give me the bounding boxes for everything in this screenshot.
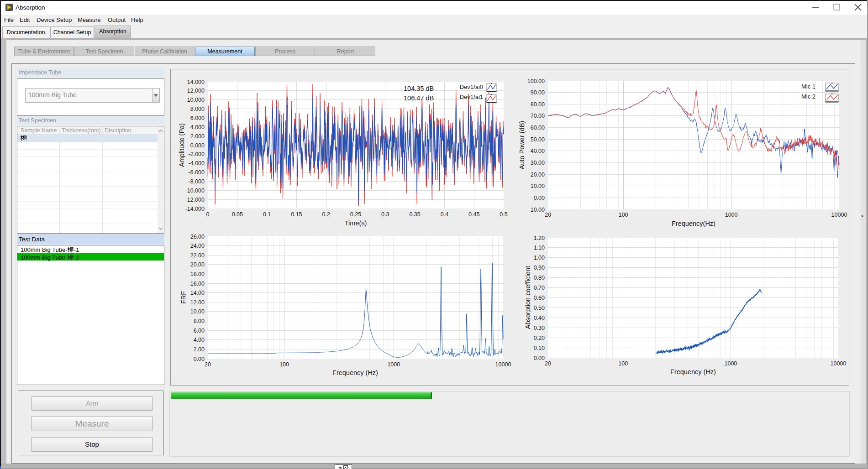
svg-text:-2.000: -2.000 bbox=[189, 151, 205, 157]
svg-text:1000: 1000 bbox=[724, 360, 737, 367]
svg-text:-8.000: -8.000 bbox=[189, 178, 205, 185]
svg-text:0.50: 0.50 bbox=[534, 305, 545, 311]
svg-text:0.4: 0.4 bbox=[441, 211, 448, 218]
svg-text:24.00: 24.00 bbox=[190, 243, 205, 249]
svg-text:Mic 1: Mic 1 bbox=[801, 83, 815, 90]
svg-text:0.00: 0.00 bbox=[194, 356, 205, 362]
svg-text:18.00: 18.00 bbox=[190, 271, 205, 277]
svg-text:2.00: 2.00 bbox=[194, 346, 205, 353]
svg-text:1.00: 1.00 bbox=[534, 255, 545, 261]
svg-text:1.20: 1.20 bbox=[534, 235, 545, 241]
svg-text:10.00: 10.00 bbox=[531, 183, 545, 189]
svg-text:40.00: 40.00 bbox=[531, 148, 545, 154]
svg-text:0.70: 0.70 bbox=[534, 285, 545, 291]
svg-text:10.00: 10.00 bbox=[190, 308, 205, 315]
svg-text:0.05: 0.05 bbox=[232, 211, 243, 218]
svg-text:30.00: 30.00 bbox=[531, 160, 545, 166]
svg-text:20: 20 bbox=[545, 212, 551, 218]
svg-text:10000: 10000 bbox=[831, 212, 847, 218]
svg-text:12.00: 12.00 bbox=[190, 299, 205, 306]
svg-text:Auto Power (dB): Auto Power (dB) bbox=[518, 121, 526, 169]
svg-text:100: 100 bbox=[619, 212, 628, 218]
svg-text:0.000: 0.000 bbox=[190, 142, 205, 149]
svg-text:Absorption coefficient: Absorption coefficient bbox=[524, 266, 531, 329]
svg-text:20: 20 bbox=[205, 361, 211, 368]
svg-text:90.00: 90.00 bbox=[531, 89, 545, 96]
svg-text:100.00: 100.00 bbox=[527, 78, 545, 84]
svg-text:50.00: 50.00 bbox=[531, 136, 545, 143]
svg-text:Mic 2: Mic 2 bbox=[801, 93, 815, 100]
svg-text:0.60: 0.60 bbox=[534, 295, 545, 301]
svg-text:0.00: 0.00 bbox=[534, 195, 545, 201]
svg-text:Dev1/ai1: Dev1/ai1 bbox=[460, 94, 483, 100]
svg-text:1000: 1000 bbox=[725, 212, 738, 218]
svg-text:100: 100 bbox=[618, 360, 628, 367]
svg-text:100: 100 bbox=[279, 361, 289, 368]
svg-text:1000: 1000 bbox=[387, 361, 400, 368]
svg-text:16.00: 16.00 bbox=[190, 281, 205, 287]
svg-text:0.45: 0.45 bbox=[468, 211, 479, 218]
svg-text:70.00: 70.00 bbox=[531, 113, 545, 119]
svg-text:6.00: 6.00 bbox=[194, 328, 205, 334]
svg-text:60.00: 60.00 bbox=[531, 125, 545, 131]
svg-text:10.000: 10.000 bbox=[187, 97, 205, 103]
svg-text:FRF: FRF bbox=[180, 291, 187, 304]
svg-text:20.00: 20.00 bbox=[190, 261, 205, 268]
svg-text:26.00: 26.00 bbox=[190, 234, 205, 240]
svg-text:14.00: 14.00 bbox=[190, 290, 205, 296]
svg-text:80.00: 80.00 bbox=[531, 101, 545, 108]
svg-text:Frequency(Hz): Frequency(Hz) bbox=[672, 220, 715, 227]
svg-text:0.80: 0.80 bbox=[534, 275, 545, 281]
svg-text:0.3: 0.3 bbox=[381, 211, 389, 218]
svg-text:14.000: 14.000 bbox=[187, 79, 205, 85]
svg-text:8.000: 8.000 bbox=[190, 106, 205, 112]
svg-text:-4.000: -4.000 bbox=[189, 160, 205, 167]
svg-text:0.10: 0.10 bbox=[534, 345, 545, 351]
svg-text:12.000: 12.000 bbox=[187, 88, 205, 94]
svg-text:1.10: 1.10 bbox=[534, 245, 545, 251]
svg-text:4.00: 4.00 bbox=[194, 337, 205, 343]
svg-text:22.00: 22.00 bbox=[190, 252, 205, 259]
svg-text:0.1: 0.1 bbox=[263, 211, 271, 218]
svg-text:106.47 dB: 106.47 dB bbox=[404, 94, 434, 102]
svg-text:0.5: 0.5 bbox=[500, 211, 507, 218]
svg-text:0.90: 0.90 bbox=[534, 265, 545, 271]
svg-text:20.00: 20.00 bbox=[531, 172, 545, 178]
svg-text:-6.000: -6.000 bbox=[189, 169, 205, 176]
svg-text:Dev1/ai0: Dev1/ai0 bbox=[460, 83, 483, 90]
svg-text:0: 0 bbox=[206, 211, 210, 218]
svg-text:-10.00: -10.00 bbox=[529, 207, 545, 213]
svg-text:0.40: 0.40 bbox=[534, 315, 545, 321]
svg-text:-10.000: -10.000 bbox=[185, 188, 205, 194]
svg-text:0.15: 0.15 bbox=[291, 211, 302, 218]
svg-text:0.2: 0.2 bbox=[322, 211, 330, 218]
svg-text:0.35: 0.35 bbox=[409, 211, 420, 218]
svg-text:6.000: 6.000 bbox=[190, 115, 205, 121]
svg-text:-14.000: -14.000 bbox=[185, 206, 205, 212]
svg-text:10000: 10000 bbox=[495, 361, 511, 368]
svg-text:Time(s): Time(s) bbox=[345, 219, 367, 227]
svg-text:2.000: 2.000 bbox=[190, 133, 205, 140]
svg-text:Frequency (Hz): Frequency (Hz) bbox=[670, 368, 716, 375]
svg-text:Amplitude (Pa): Amplitude (Pa) bbox=[178, 123, 185, 167]
svg-text:0.20: 0.20 bbox=[534, 335, 545, 341]
svg-text:20: 20 bbox=[545, 360, 551, 367]
svg-text:0.25: 0.25 bbox=[350, 211, 361, 218]
svg-text:8.00: 8.00 bbox=[194, 318, 205, 324]
svg-text:10000: 10000 bbox=[831, 360, 847, 367]
svg-text:4.000: 4.000 bbox=[190, 124, 205, 130]
svg-text:104.35 dB: 104.35 dB bbox=[404, 85, 434, 92]
svg-text:Frequency (Hz): Frequency (Hz) bbox=[332, 369, 378, 376]
svg-text:0.00: 0.00 bbox=[534, 355, 545, 361]
svg-text:-12.000: -12.000 bbox=[185, 197, 205, 203]
svg-text:0.30: 0.30 bbox=[534, 325, 545, 331]
